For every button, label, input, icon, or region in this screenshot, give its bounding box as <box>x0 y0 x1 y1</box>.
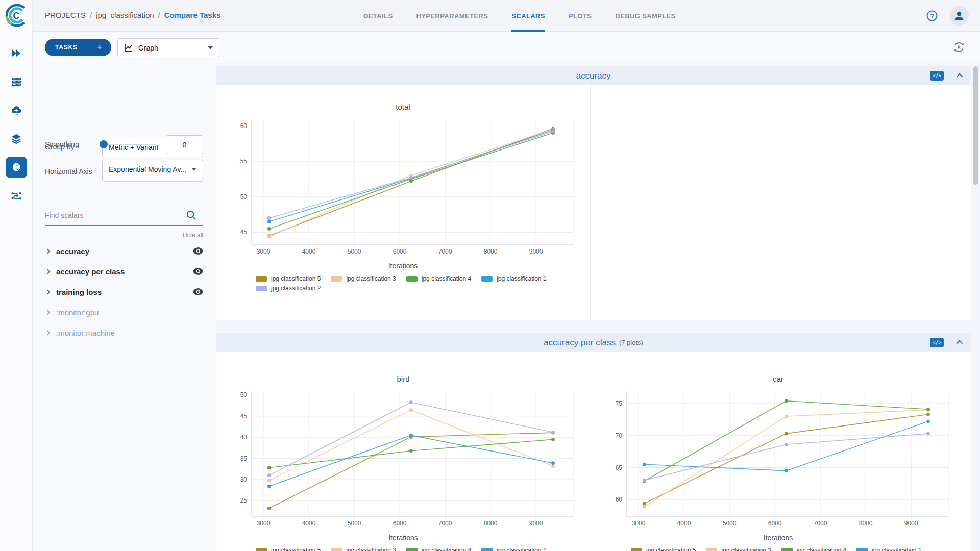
legend-item[interactable]: jpg classification 1 <box>856 547 921 551</box>
legend-swatch <box>406 276 418 282</box>
tab-details[interactable]: DETAILS <box>363 0 393 32</box>
tab-scalars[interactable]: SCALARS <box>511 0 545 32</box>
legend-item[interactable]: jpg classification 3 <box>331 275 396 282</box>
smoothing-slider-handle[interactable] <box>100 140 108 148</box>
chevron-right-icon[interactable] <box>45 248 51 254</box>
svg-text:3000: 3000 <box>257 520 271 527</box>
tasks-button[interactable]: TASKS <box>45 39 88 56</box>
plot-card-total: total 4550556030004000500060007000800090… <box>216 85 591 320</box>
svg-text:4000: 4000 <box>302 248 315 255</box>
help-icon[interactable]: ? <box>926 10 938 22</box>
svg-text:4000: 4000 <box>677 520 691 527</box>
view-mode-select[interactable]: Graph <box>117 38 219 57</box>
topbar-actions: ? <box>926 0 969 32</box>
bird-line-chart[interactable]: 2530354045503000400050006000700080009000 <box>225 386 582 532</box>
add-task-button[interactable]: + <box>88 39 111 56</box>
section-accuracy: accuracy </> total 455055603000400050006… <box>216 66 971 320</box>
svg-text:6000: 6000 <box>393 248 406 255</box>
plot-card-bird: bird 25303540455030004000500060007000800… <box>216 352 591 551</box>
legend-item[interactable]: jpg classification 3 <box>706 547 771 551</box>
chart-legend: jpg classification 5jpg classification 3… <box>256 275 593 292</box>
legend-item[interactable]: jpg classification 4 <box>406 275 471 282</box>
scalar-group-monitor-machine[interactable]: :monitor:machine <box>33 322 216 343</box>
chevron-right-icon[interactable] <box>45 289 51 294</box>
auto-refresh-icon[interactable] <box>952 40 966 56</box>
scalar-group-accuracy[interactable]: accuracy <box>33 241 216 261</box>
svg-text:50: 50 <box>240 193 247 201</box>
svg-text:7000: 7000 <box>813 520 827 527</box>
section-title: accuracy <box>576 71 610 81</box>
plot-title: bird <box>216 374 591 383</box>
tab-hyperparameters[interactable]: HYPERPARAMETERS <box>416 0 488 32</box>
chevron-right-icon[interactable] <box>45 310 51 315</box>
svg-text:30: 30 <box>240 476 248 483</box>
visibility-eye-icon[interactable] <box>193 268 203 275</box>
visibility-eye-icon[interactable] <box>193 288 203 295</box>
legend-swatch <box>256 548 267 551</box>
embed-code-icon[interactable]: </> <box>930 71 944 81</box>
scalar-group-monitor-gpu[interactable]: :monitor:gpu <box>33 302 216 322</box>
smoothing-value-input[interactable] <box>166 135 203 154</box>
legend-swatch <box>331 276 342 282</box>
experiments-icon[interactable] <box>6 157 27 178</box>
svg-text:?: ? <box>930 13 934 20</box>
collapse-section-icon[interactable] <box>957 340 963 347</box>
workers-queues-icon[interactable] <box>6 99 27 121</box>
car-line-chart[interactable]: 606570753000400050006000700080009000 <box>600 386 957 532</box>
legend-swatch <box>331 548 342 551</box>
chevron-right-icon[interactable] <box>45 269 51 274</box>
legend-item[interactable]: jpg classification 4 <box>781 547 846 551</box>
chevron-down-icon <box>208 46 213 49</box>
svg-text:4000: 4000 <box>302 520 316 527</box>
scalar-group-accuracy-per-class[interactable]: accuracy per class <box>33 261 216 282</box>
expand-nav-icon[interactable] <box>6 42 27 64</box>
svg-text:8000: 8000 <box>859 520 872 527</box>
chart-legend: jpg classification 5jpg classification 3… <box>631 547 968 551</box>
collapse-section-icon[interactable] <box>957 73 963 80</box>
legend-item[interactable]: jpg classification 1 <box>481 547 546 551</box>
svg-text:9000: 9000 <box>529 248 543 255</box>
tab-plots[interactable]: PLOTS <box>569 0 592 32</box>
chart-legend: jpg classification 5jpg classification 3… <box>256 547 593 551</box>
search-icon[interactable] <box>186 210 197 223</box>
smoothing-slider[interactable] <box>103 144 157 145</box>
legend-item[interactable]: jpg classification 5 <box>256 275 321 282</box>
vertical-scrollbar[interactable] <box>973 66 978 185</box>
legend-item[interactable]: jpg classification 1 <box>481 275 546 282</box>
svg-text:75: 75 <box>615 400 622 407</box>
svg-text:45: 45 <box>240 229 247 236</box>
scalar-group-training-loss[interactable]: training loss <box>33 282 216 302</box>
legend-item[interactable]: jpg classification 5 <box>256 547 321 551</box>
legend-item[interactable]: jpg classification 4 <box>406 547 471 551</box>
svg-text:45: 45 <box>240 413 248 420</box>
legend-swatch <box>856 548 868 551</box>
svg-text:6000: 6000 <box>768 520 781 527</box>
top-bar: PROJECTS / jpg_classification / Compare … <box>33 0 980 32</box>
legend-item[interactable]: jpg classification 2 <box>256 285 321 292</box>
clearml-logo[interactable]: C <box>5 4 28 27</box>
legend-swatch <box>481 276 493 282</box>
datasets-icon[interactable] <box>6 128 27 149</box>
find-scalars-input[interactable] <box>45 211 183 219</box>
chevron-right-icon[interactable] <box>45 330 51 335</box>
legend-swatch <box>706 548 717 551</box>
total-line-chart[interactable]: 455055603000400050006000700080009000 <box>225 114 582 260</box>
legend-item[interactable]: jpg classification 3 <box>331 547 396 551</box>
embed-code-icon[interactable]: </> <box>930 338 944 347</box>
smoothing-method-select[interactable]: Exponential Moving Av... <box>102 160 203 179</box>
projects-icon[interactable] <box>6 71 27 92</box>
svg-text:6000: 6000 <box>393 520 407 527</box>
svg-text:5000: 5000 <box>347 248 361 255</box>
pipelines-icon[interactable] <box>6 185 27 207</box>
breadcrumb-projects[interactable]: PROJECTS <box>45 11 86 19</box>
user-avatar-icon[interactable] <box>949 6 969 26</box>
hide-all-link[interactable]: Hide all <box>183 232 203 239</box>
tab-debug-samples[interactable]: DEBUG SAMPLES <box>615 0 676 32</box>
visibility-eye-icon[interactable] <box>193 247 203 255</box>
breadcrumb-project[interactable]: jpg_classification <box>96 11 154 19</box>
legend-item[interactable]: jpg classification 5 <box>631 547 696 551</box>
tasks-pill: TASKS + <box>45 39 111 56</box>
divider <box>45 129 203 129</box>
chevron-down-icon <box>191 168 197 171</box>
x-axis-label: Iterations <box>216 262 590 270</box>
